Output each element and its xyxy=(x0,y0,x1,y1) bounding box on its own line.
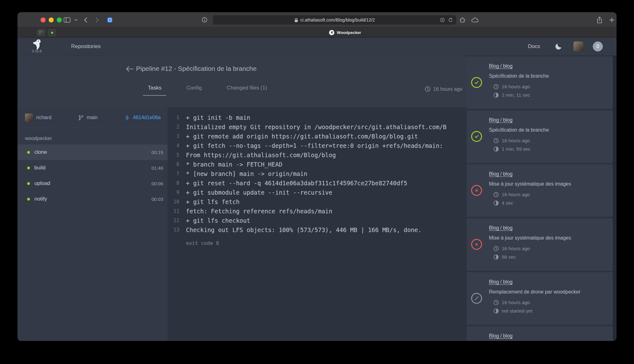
scrollbar[interactable] xyxy=(613,56,617,341)
back-arrow-icon[interactable] xyxy=(125,65,134,73)
desktop: ci.athaliasoft.com/Blog/blog/build/12/2 xyxy=(0,0,634,364)
pipeline-content: richard main xyxy=(17,107,467,341)
share-icon[interactable] xyxy=(597,12,602,27)
build-duration-label: 58 sec xyxy=(502,254,516,260)
build-duration-label: 2 min, 11 sec xyxy=(502,92,530,98)
step-row[interactable]: build 01:46 xyxy=(17,160,168,176)
moon-icon[interactable] xyxy=(555,42,563,50)
log-line-number: 3 xyxy=(168,132,179,141)
repo-link[interactable]: Blog / blog xyxy=(489,279,513,285)
pinned-tab[interactable] xyxy=(48,29,56,36)
steps-panel: richard main xyxy=(17,107,168,341)
cloud-icon[interactable] xyxy=(471,12,479,27)
step-row[interactable]: notify 00:03 xyxy=(17,191,168,207)
log-line-text: + git lfs checkout xyxy=(186,216,250,225)
step-status-dot xyxy=(27,198,30,201)
branch-name: main xyxy=(87,115,98,120)
build-card[interactable]: Blog / blog Mise à jour systématique des… xyxy=(467,218,613,271)
build-time-label: 16 hours ago xyxy=(502,192,530,197)
commit-message: Spécification de la branche xyxy=(489,73,608,80)
log-line-text: + git remote add origin https://git.atha… xyxy=(186,132,418,141)
build-card-text: Blog / blog Spécification de la branche … xyxy=(467,110,613,152)
build-card-text: Blog / blog Remplacement de drone par wo… xyxy=(467,272,613,314)
build-duration-label: not started yet xyxy=(502,308,532,314)
pinned-site-icon[interactable] xyxy=(107,12,113,27)
repo-link[interactable]: Blog / blog xyxy=(489,225,513,231)
build-card[interactable]: Blog / blog Spécification de la branche … xyxy=(467,56,613,109)
step-name: notify xyxy=(34,196,47,202)
pipeline-tab[interactable]: Changed files (1) xyxy=(222,83,272,96)
build-duration: 4 sec xyxy=(493,200,608,206)
sidebar-toggle-icon[interactable] xyxy=(64,12,71,27)
x-icon xyxy=(474,188,479,193)
step-row[interactable]: clone 00:15 xyxy=(17,144,168,160)
author-avatar xyxy=(25,114,33,122)
log-line-text: + git init -b main xyxy=(186,113,250,122)
repo-link[interactable]: Blog / blog xyxy=(489,117,513,124)
commit-message: Spécification de la branche xyxy=(489,127,608,133)
browser-window: ci.athaliasoft.com/Blog/blog/build/12/2 xyxy=(17,12,617,341)
step-duration: 00:15 xyxy=(151,150,163,155)
log-line-text: Initialized empty Git repository in /woo… xyxy=(186,122,446,132)
build-time: 16 hours ago xyxy=(493,138,608,143)
step-status-dot xyxy=(27,182,30,185)
commit-icon xyxy=(124,115,130,120)
user-avatar[interactable] xyxy=(573,41,583,51)
log-line-text: Checking out LFS objects: 100% (573/573)… xyxy=(186,225,422,235)
log-line-number: 11 xyxy=(168,206,179,216)
nav-docs[interactable]: Docs xyxy=(528,43,540,50)
commit-hash-link[interactable]: 4614d1e06a xyxy=(124,115,161,120)
reload-icon[interactable] xyxy=(448,17,453,22)
log-line-text: * branch main -> FETCH_HEAD xyxy=(186,160,282,169)
woodpecker-favicon xyxy=(329,30,334,35)
nav-repositories[interactable]: Repositories xyxy=(71,43,101,50)
minimize-window-button[interactable] xyxy=(49,17,54,22)
log-line-text: + git reset --hard -q 4614d1e06a3dabf311… xyxy=(186,178,407,188)
new-tab-icon[interactable] xyxy=(609,12,615,27)
chevron-down-icon[interactable] xyxy=(74,12,78,27)
build-time-label: 16 hours ago xyxy=(502,246,530,251)
log-line: 5 From https://git.athaliasoft.com/Blog/… xyxy=(168,150,467,160)
log-line: 3 + git remote add origin https://git.at… xyxy=(168,132,467,141)
log-line-number: 13 xyxy=(168,225,179,235)
workflow-name: woodpecker xyxy=(17,128,168,144)
log-line-number: 10 xyxy=(168,197,179,206)
notification-badge[interactable]: 0 xyxy=(593,41,603,51)
commit-hash: 4614d1e06a xyxy=(133,115,161,120)
repo-link[interactable]: Blog / blog xyxy=(489,63,513,70)
pinned-tab[interactable] xyxy=(37,29,45,36)
close-window-button[interactable] xyxy=(41,17,46,22)
build-status-icon xyxy=(471,77,482,88)
build-card[interactable]: Blog / blog Remplacement de drone par wo… xyxy=(467,272,613,325)
woodpecker-logo[interactable]: 0.15.8 xyxy=(29,38,44,53)
log-line-text: * [new branch] main -> origin/main xyxy=(186,169,307,178)
page-info-icon[interactable] xyxy=(202,12,207,27)
back-button[interactable] xyxy=(84,12,87,27)
build-status-icon xyxy=(471,239,482,250)
build-duration: 1 min, 59 sec xyxy=(493,146,608,152)
build-time: 16 hours ago xyxy=(493,84,608,90)
commit-branch: main xyxy=(78,115,98,120)
app-body: Pipeline #12 - Spécification de la branc… xyxy=(17,56,617,341)
repo-link[interactable]: Blog / blog xyxy=(489,332,513,339)
browser-tab-bar: Woodpecker xyxy=(17,27,617,38)
forward-button[interactable] xyxy=(95,12,99,27)
active-browser-tab[interactable]: Woodpecker xyxy=(329,27,361,38)
privacy-badge-icon[interactable] xyxy=(440,17,445,22)
step-status-dot xyxy=(27,167,30,169)
zoom-window-button[interactable] xyxy=(57,17,62,22)
step-row[interactable]: upload 00:06 xyxy=(17,176,168,191)
repo-link[interactable]: Blog / blog xyxy=(489,171,513,177)
build-card-text: Blog / blog Mise à jour systématique des… xyxy=(467,218,613,260)
build-card[interactable]: Blog / blog xyxy=(467,326,613,341)
clock-icon xyxy=(493,300,499,305)
branch-icon xyxy=(78,115,84,120)
build-card[interactable]: Blog / blog Spécification de la branche … xyxy=(467,110,613,163)
home-icon[interactable] xyxy=(459,12,466,27)
pipeline-tab[interactable]: Tasks xyxy=(143,83,166,96)
build-card[interactable]: Blog / blog Mise à jour systématique des… xyxy=(467,164,613,217)
build-status-icon xyxy=(471,293,482,304)
pipeline-tab[interactable]: Config xyxy=(181,83,207,96)
log-line-number: 12 xyxy=(168,216,179,225)
address-bar[interactable]: ci.athaliasoft.com/Blog/blog/build/12/2 xyxy=(213,15,456,25)
